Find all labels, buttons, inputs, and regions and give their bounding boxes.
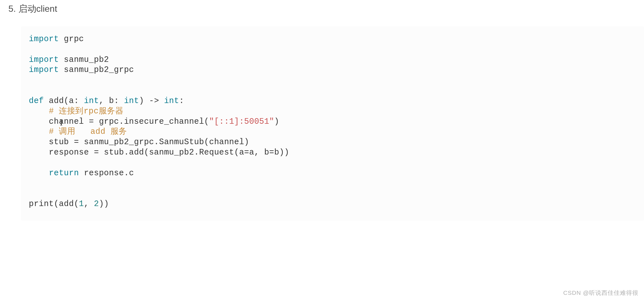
code-content: import grpc import sanmu_pb2 import sanm… bbox=[29, 34, 636, 209]
code-text: grpc bbox=[59, 34, 84, 44]
text-cursor: I bbox=[60, 117, 63, 128]
comment: # 调用 add 服务 bbox=[49, 127, 127, 136]
keyword-def: def bbox=[29, 96, 44, 106]
indent bbox=[29, 169, 49, 178]
string-literal: "[::1]:50051" bbox=[209, 117, 274, 126]
type-int: int bbox=[164, 96, 179, 106]
code-text: , bbox=[84, 199, 94, 209]
code-block: I import grpc import sanmu_pb2 import sa… bbox=[21, 26, 644, 221]
function-name: add bbox=[44, 96, 64, 106]
section-heading: 5. 启动client bbox=[0, 0, 644, 15]
keyword-import: import bbox=[29, 55, 59, 64]
code-text: response.c bbox=[79, 169, 134, 178]
code-text: )) bbox=[99, 199, 109, 209]
number-literal: 2 bbox=[94, 199, 99, 209]
code-text: ) -> bbox=[139, 96, 164, 106]
code-text: , b: bbox=[99, 96, 124, 106]
code-text: ) bbox=[274, 117, 279, 126]
keyword-import: import bbox=[29, 34, 59, 44]
code-text: response = stub.add(sanmu_pb2.Request(a=… bbox=[29, 148, 289, 157]
code-text: channel = grpc.insecure_channel( bbox=[29, 117, 209, 126]
watermark: CSDN @听说西佳佳难得很 bbox=[563, 289, 638, 297]
code-text: sanmu_pb2_grpc bbox=[59, 65, 134, 74]
code-text: (a: bbox=[64, 96, 84, 106]
keyword-return: return bbox=[49, 169, 79, 178]
type-int: int bbox=[124, 96, 139, 106]
number-literal: 1 bbox=[79, 199, 84, 209]
code-text: stub = sanmu_pb2_grpc.SanmuStub(channel) bbox=[29, 137, 249, 147]
indent bbox=[29, 127, 49, 136]
type-int: int bbox=[84, 96, 99, 106]
indent bbox=[29, 107, 49, 116]
code-text: print(add( bbox=[29, 199, 79, 209]
code-text: : bbox=[179, 96, 184, 106]
comment: # 连接到rpc服务器 bbox=[49, 107, 124, 116]
keyword-import: import bbox=[29, 65, 59, 74]
code-text: sanmu_pb2 bbox=[59, 55, 109, 64]
